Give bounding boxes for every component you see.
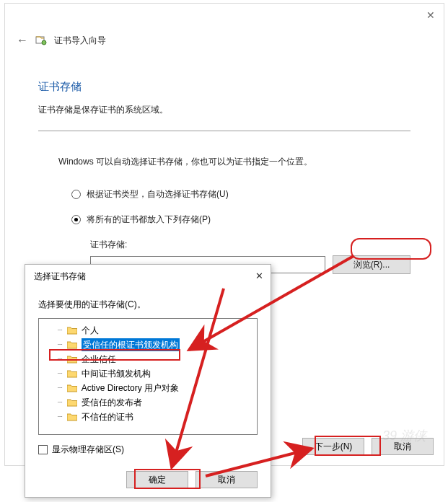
back-arrow-icon[interactable]: ← — [17, 34, 28, 47]
tree-branch-icon: ┈ — [58, 410, 61, 423]
radio-icon — [71, 190, 81, 199]
browse-button[interactable]: 浏览(R)... — [333, 255, 410, 274]
tree-item-label: 企业信任 — [82, 353, 116, 366]
tree-branch-icon: ┈ — [58, 353, 61, 366]
radio-icon — [71, 215, 81, 224]
tree-branch-icon: ┈ — [58, 338, 61, 351]
tree-item-intermediate-ca[interactable]: ┈ 中间证书颁发机构 — [42, 366, 254, 381]
cancel-button[interactable]: 取消 — [372, 438, 434, 455]
close-icon[interactable]: ✕ — [426, 9, 435, 21]
select-store-dialog: 选择证书存储 ✕ 选择要使用的证书存储(C)。 ┈ 个人 ┈ 受信任的根证书颁发… — [25, 264, 271, 498]
dialog-title: 选择证书存储 — [34, 271, 86, 281]
wizard-header: ← 证书导入向导 — [5, 30, 444, 51]
tree-item-label: 中间证书颁发机构 — [82, 367, 151, 380]
show-physical-checkbox[interactable]: 显示物理存储区(S) — [25, 435, 271, 464]
section-heading: 证书存储 — [38, 80, 410, 94]
svg-point-1 — [42, 40, 46, 45]
dialog-subtitle: 选择要使用的证书存储(C)。 — [25, 289, 271, 318]
tree-branch-icon: ┈ — [58, 367, 61, 380]
tree-item-trusted-root[interactable]: ┈ 受信任的根证书颁发机构 — [42, 338, 254, 352]
radio-place-label: 将所有的证书都放入下列存储(P) — [87, 213, 211, 226]
store-label: 证书存储: — [38, 239, 410, 251]
divider — [38, 131, 410, 131]
tree-item-label: 个人 — [82, 324, 99, 337]
tree-item-label: 不信任的证书 — [82, 410, 133, 423]
store-tree[interactable]: ┈ 个人 ┈ 受信任的根证书颁发机构 ┈ 企业信任 ┈ 中间证书颁发机构 ┈ A… — [38, 318, 258, 435]
radio-auto-select[interactable]: 根据证书类型，自动选择证书存储(U) — [71, 188, 410, 201]
wizard-title: 证书导入向导 — [54, 35, 106, 47]
close-icon[interactable]: ✕ — [255, 270, 263, 281]
tree-item-personal[interactable]: ┈ 个人 — [42, 323, 254, 338]
tree-item-label: Active Directory 用户对象 — [82, 382, 179, 395]
folder-icon — [67, 326, 77, 335]
folder-icon — [67, 340, 77, 349]
tree-item-untrusted-certs[interactable]: ┈ 不信任的证书 — [42, 410, 254, 424]
radio-group: 根据证书类型，自动选择证书存储(U) 将所有的证书都放入下列存储(P) — [38, 188, 410, 226]
tree-branch-icon: ┈ — [58, 396, 61, 409]
folder-icon — [67, 355, 77, 364]
titlebar: ✕ — [5, 4, 444, 30]
next-button[interactable]: 下一步(N) — [302, 438, 364, 455]
folder-icon — [67, 398, 77, 407]
show-physical-label: 显示物理存储区(S) — [52, 444, 124, 456]
tree-item-enterprise-trust[interactable]: ┈ 企业信任 — [42, 352, 254, 366]
checkbox-icon — [38, 445, 48, 454]
dialog-titlebar: 选择证书存储 ✕ — [25, 265, 271, 289]
radio-place-all[interactable]: 将所有的证书都放入下列存储(P) — [71, 213, 410, 226]
wizard-content: 证书存储 证书存储是保存证书的系统区域。 Windows 可以自动选择证书存储，… — [5, 51, 444, 274]
folder-icon — [67, 413, 77, 421]
tree-item-ad-user-object[interactable]: ┈ Active Directory 用户对象 — [42, 381, 254, 395]
tree-item-label: 受信任的根证书颁发机构 — [82, 338, 180, 351]
certificate-wizard-icon — [35, 35, 47, 46]
tree-branch-icon: ┈ — [58, 382, 61, 395]
cancel-button[interactable]: 取消 — [196, 471, 258, 488]
dialog-footer: 确定 取消 — [126, 471, 258, 488]
section-subheading: 证书存储是保存证书的系统区域。 — [38, 104, 410, 116]
tree-item-trusted-publishers[interactable]: ┈ 受信任的发布者 — [42, 395, 254, 410]
radio-auto-label: 根据证书类型，自动选择证书存储(U) — [87, 188, 229, 201]
tree-item-label: 受信任的发布者 — [82, 396, 142, 409]
tree-branch-icon: ┈ — [58, 324, 61, 337]
description-paragraph: Windows 可以自动选择证书存储，你也可以为证书指定一个位置。 — [38, 156, 410, 168]
ok-button[interactable]: 确定 — [126, 471, 188, 488]
folder-icon — [67, 384, 77, 392]
folder-icon — [67, 369, 77, 378]
wizard-footer: 下一步(N) 取消 — [302, 438, 434, 455]
